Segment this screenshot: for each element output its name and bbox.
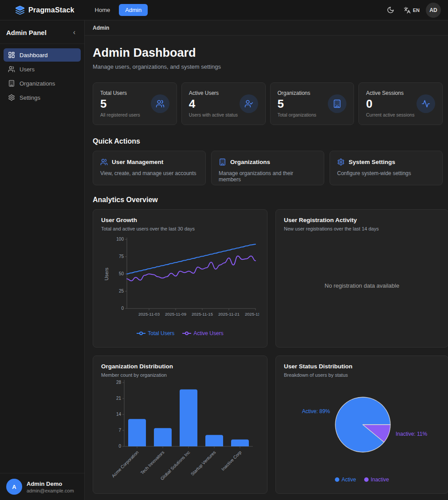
gear-icon (337, 158, 345, 166)
svg-text:2025-11-15: 2025-11-15 (192, 312, 213, 316)
stat-description: Current active sessions (366, 112, 414, 117)
sidebar-item-dashboard[interactable]: Dashboard (4, 48, 81, 62)
sidebar-item-label: Dashboard (20, 52, 48, 59)
bar-tech-innovators (154, 428, 172, 446)
legend-dot (364, 477, 369, 482)
legend-item-active[interactable]: Active (335, 477, 356, 483)
sidebar-item-label: Users (20, 66, 35, 73)
page-content: Admin Dashboard Manage users, organizati… (85, 35, 448, 494)
user-email: admin@example.com (27, 488, 74, 493)
stats-grid: Total Users 5 All registered users Activ… (93, 82, 443, 125)
svg-text:Startup Ventures: Startup Ventures (190, 449, 216, 476)
legend-item-total-users[interactable]: Total Users (137, 330, 174, 336)
top-navbar: PragmaStack Home Admin EN AD (0, 0, 448, 20)
layers-logo-icon (15, 5, 25, 15)
stat-card-organizations: Organizations 5 Total organizations (270, 82, 354, 125)
svg-text:Global Solutions Inc: Global Solutions Inc (160, 449, 191, 481)
bar-acme-corporation (128, 419, 146, 446)
analytics-grid: User Growth Total and active users over … (93, 209, 443, 494)
sidebar-item-organizations[interactable]: Organizations (4, 77, 81, 90)
nav-link-admin[interactable]: Admin (119, 4, 148, 16)
quick-action-description: Manage organizations and their members (219, 170, 317, 183)
empty-state-message: No registration data available (325, 282, 399, 289)
chart-title: User Status Distribution (284, 363, 440, 370)
activity-icon (417, 94, 435, 113)
building-icon (328, 94, 346, 113)
sidebar-item-users[interactable]: Users (4, 62, 81, 76)
sidebar-item-settings[interactable]: Settings (4, 91, 81, 104)
legend-item-active-users[interactable]: Active Users (182, 330, 223, 336)
svg-text:28: 28 (116, 380, 122, 385)
legend-item-inactive[interactable]: Inactive (364, 477, 389, 483)
svg-text:Tech Innovators: Tech Innovators (140, 449, 165, 475)
organization-distribution-chart: 07142128Acme CorporationTech InnovatorsG… (101, 378, 259, 486)
user-check-icon (240, 94, 258, 113)
sidebar-item-label: Settings (20, 94, 40, 101)
language-label: EN (413, 8, 420, 13)
quick-action-description: Configure system-wide settings (337, 170, 435, 176)
bar-chart-svg: 07142128Acme CorporationTech InnovatorsG… (101, 378, 259, 486)
gear-icon (8, 94, 15, 101)
legend-dot (335, 477, 339, 482)
theme-toggle-button[interactable] (384, 4, 397, 17)
layout-dashboard-icon (8, 51, 15, 59)
bar-inactive-corp (231, 439, 249, 446)
navbar-actions: EN AD (384, 3, 441, 18)
stat-value: 5 (100, 98, 140, 110)
sidebar-header: Admin Panel ‹ (0, 20, 84, 44)
bar-startup-ventures (205, 435, 223, 446)
nav-link-home[interactable]: Home (90, 4, 115, 16)
stat-label: Organizations (278, 90, 317, 96)
building-icon (8, 80, 15, 87)
user-growth-legend: Total UsersActive Users (101, 328, 259, 340)
line-legend-marker (137, 331, 145, 336)
stat-description: All registered users (100, 112, 140, 117)
users-icon (8, 66, 15, 73)
line-legend-marker (182, 331, 191, 336)
svg-text:2025-11-09: 2025-11-09 (165, 312, 186, 316)
svg-text:0: 0 (121, 306, 124, 311)
stat-card-active-users: Active Users 4 Users with active status (181, 82, 266, 125)
user-avatar: A (6, 479, 22, 495)
chart-subtitle: Breakdown of users by status (284, 372, 440, 378)
user-status-legend: ActiveInactive (284, 475, 440, 486)
stat-value: 4 (189, 98, 238, 110)
quick-action-title: Organizations (230, 159, 270, 165)
svg-text:50: 50 (119, 271, 124, 276)
svg-text:75: 75 (119, 254, 124, 259)
brand[interactable]: PragmaStack (15, 5, 75, 15)
svg-text:21: 21 (116, 396, 122, 401)
svg-text:25: 25 (119, 289, 124, 293)
svg-text:2025-11-03: 2025-11-03 (138, 312, 160, 316)
quick-action-description: View, create, and manage user accounts (100, 170, 198, 176)
building-icon (219, 158, 226, 166)
quick-actions-heading: Quick Actions (93, 137, 443, 145)
quick-action-system-settings[interactable]: System Settings Configure system-wide se… (330, 151, 443, 185)
quick-action-organizations[interactable]: Organizations Manage organizations and t… (211, 151, 324, 185)
user-status-chart: Active: 89%Inactive: 11% (284, 378, 440, 475)
svg-text:7: 7 (118, 428, 121, 433)
user-menu-avatar[interactable]: AD (426, 3, 441, 18)
stat-description: Total organizations (278, 112, 317, 117)
breadcrumb[interactable]: Admin (93, 25, 109, 31)
chart-title: User Registration Activity (284, 217, 440, 223)
chart-subtitle: Member count by organization (101, 372, 259, 378)
language-switcher[interactable]: EN (404, 7, 420, 14)
quick-action-user-management[interactable]: User Management View, create, and manage… (93, 151, 206, 185)
chart-subtitle: Total and active users over the last 30 … (101, 226, 259, 231)
languages-icon (404, 7, 411, 14)
quick-action-title: User Management (112, 159, 163, 165)
empty-chart-area: No registration data available (284, 231, 440, 340)
svg-text:Inactive: 11%: Inactive: 11% (396, 431, 427, 437)
breadcrumb-bar: Admin (85, 20, 448, 35)
svg-text:Acme Corporation: Acme Corporation (111, 449, 140, 478)
collapse-sidebar-button[interactable]: ‹ (71, 28, 78, 36)
page-title: Admin Dashboard (93, 46, 443, 60)
svg-text:14: 14 (116, 412, 122, 417)
main-nav: Home Admin (90, 4, 148, 16)
admin-sidebar: Admin Panel ‹ Dashboard Users Organizati… (0, 20, 85, 500)
sidebar-nav: Dashboard Users Organizations Settings (0, 44, 84, 109)
moon-icon (387, 6, 394, 14)
user-name: Admin Demo (27, 480, 74, 487)
stat-label: Active Sessions (366, 90, 414, 96)
